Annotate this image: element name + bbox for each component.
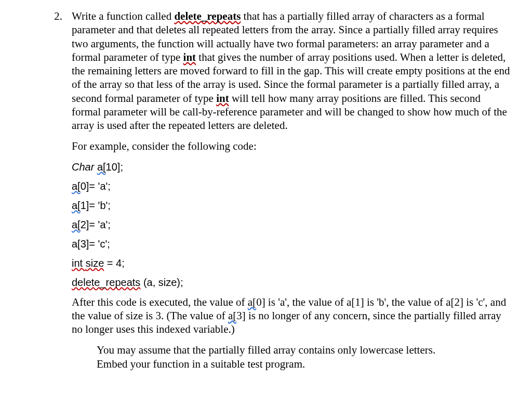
text: After this code is executed, the value o… — [72, 296, 248, 308]
array-ref: a[ — [72, 180, 81, 192]
text: (a, size); — [140, 277, 183, 288]
text: 2]= 'a'; — [81, 219, 111, 230]
func-name: delete_repeats — [174, 10, 241, 22]
text: Write a function called — [72, 10, 174, 22]
text: 10]; — [106, 161, 123, 173]
type-int: int — [216, 92, 229, 105]
array-ref: a[ — [248, 296, 256, 308]
code-line: a[2]= 'a'; — [72, 218, 511, 231]
keyword-char: Char — [72, 161, 97, 173]
note-line: Embed your function in a suitable test p… — [97, 357, 511, 371]
note-line: You may assume that the partially filled… — [97, 343, 511, 357]
array-ref: a[ — [228, 309, 236, 322]
note-block: You may assume that the partially filled… — [72, 343, 511, 371]
paragraph-1: Write a function called delete_repeats t… — [72, 9, 511, 132]
array-ref: a[ — [97, 161, 106, 173]
array-ref: a[ — [72, 219, 81, 230]
func-call: delete_repeats — [72, 277, 140, 288]
question-number: 2. — [36, 9, 72, 371]
text: 1]= 'b'; — [81, 200, 111, 211]
paragraph-3: After this code is executed, the value o… — [72, 295, 511, 336]
array-ref: a[ — [72, 200, 81, 211]
text: = 4; — [104, 257, 124, 269]
var-size: size — [86, 257, 104, 269]
code-line: Char a[10]; — [72, 161, 511, 174]
code-line: a[1]= 'b'; — [72, 199, 511, 212]
keyword-int: int — [72, 257, 86, 269]
question-item: 2. Write a function called delete_repeat… — [36, 9, 511, 371]
page: 2. Write a function called delete_repeat… — [0, 0, 532, 381]
type-int: int — [183, 51, 196, 63]
paragraph-2: For example, consider the following code… — [72, 139, 511, 153]
text: 0]= 'a'; — [81, 180, 111, 192]
code-line: int size = 4; — [72, 257, 511, 270]
code-line: a[3]= 'c'; — [72, 238, 511, 251]
code-line: a[0]= 'a'; — [72, 180, 511, 193]
code-line: delete_repeats (a, size); — [72, 276, 511, 289]
question-content: Write a function called delete_repeats t… — [72, 9, 511, 371]
